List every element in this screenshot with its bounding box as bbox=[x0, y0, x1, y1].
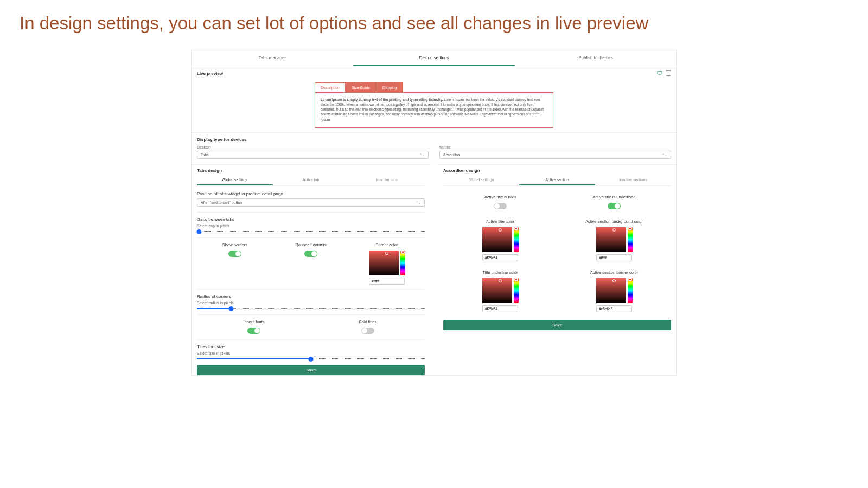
svg-rect-1 bbox=[659, 75, 660, 75]
design-columns: Tabs design Global settings Active tab I… bbox=[192, 164, 676, 375]
active-title-color-label: Active title color bbox=[445, 219, 555, 224]
display-type-title: Display type for devices bbox=[197, 137, 671, 142]
preview-content: Lorem Ipsum is simply dummy text of the … bbox=[315, 92, 553, 128]
tabs-subtab-inactive[interactable]: Inactive tabs bbox=[349, 175, 425, 185]
underline-color-picker[interactable] bbox=[482, 278, 519, 303]
caret-icon: ⌃⌄ bbox=[416, 201, 421, 204]
show-borders-label: Show borders bbox=[197, 242, 273, 247]
svg-rect-0 bbox=[658, 72, 662, 74]
caret-icon: ⌃⌄ bbox=[419, 153, 425, 157]
active-bg-color-picker[interactable] bbox=[596, 227, 633, 252]
tabs-design-panel: Tabs design Global settings Active tab I… bbox=[192, 164, 430, 375]
live-preview-title: Live preview bbox=[197, 71, 223, 76]
preview-tab-size-guide[interactable]: Size Guide bbox=[346, 82, 376, 92]
tab-publish-to-themes[interactable]: Publish to themes bbox=[515, 50, 676, 66]
mobile-display-value: Accordion bbox=[443, 153, 460, 157]
top-tabs: Tabs manager Design settings Publish to … bbox=[192, 50, 676, 66]
accordion-subtab-active[interactable]: Active section bbox=[519, 175, 595, 185]
mobile-preview-icon[interactable] bbox=[666, 70, 671, 76]
radius-slider[interactable] bbox=[197, 308, 425, 309]
desktop-label: Desktop bbox=[197, 145, 429, 149]
tabs-design-title: Tabs design bbox=[197, 168, 425, 173]
position-value: After "add to cart" button bbox=[201, 201, 242, 204]
gaps-sublabel: Select gap in pixels bbox=[197, 224, 425, 228]
titles-font-title: Titles font size bbox=[197, 344, 425, 349]
inherit-fonts-toggle[interactable] bbox=[247, 328, 260, 334]
underline-color-input[interactable] bbox=[482, 305, 518, 312]
rounded-corners-toggle[interactable] bbox=[304, 251, 317, 257]
preview-text-bold: Lorem Ipsum is simply dummy text of the … bbox=[321, 98, 443, 101]
radius-sublabel: Select radius in pixels bbox=[197, 301, 425, 305]
desktop-display-value: Tabs bbox=[201, 153, 209, 157]
gaps-title: Gaps between tabs bbox=[197, 217, 425, 222]
app-frame: Tabs manager Design settings Publish to … bbox=[191, 50, 677, 376]
accordion-subtab-inactive[interactable]: Inactive sections bbox=[595, 175, 671, 185]
active-title-color-input[interactable] bbox=[482, 254, 518, 261]
preview-tab-description[interactable]: Description bbox=[315, 82, 346, 92]
accordion-design-panel: Accordion design Global settings Active … bbox=[438, 164, 676, 375]
tabs-subtab-active[interactable]: Active tab bbox=[273, 175, 349, 185]
mobile-label: Mobile bbox=[439, 145, 671, 149]
desktop-preview-icon[interactable] bbox=[657, 70, 662, 76]
mobile-display-select[interactable]: Accordion ⌃⌄ bbox=[439, 151, 671, 159]
radius-title: Radius of corners bbox=[197, 294, 425, 299]
page-headline: In design settings, you can set lot of o… bbox=[0, 0, 868, 39]
section-border-color-picker[interactable] bbox=[596, 278, 633, 303]
inherit-fonts-label: Inherit fonts bbox=[197, 319, 311, 324]
tabs-save-button[interactable]: Save bbox=[197, 365, 425, 375]
gaps-slider[interactable] bbox=[197, 231, 425, 232]
titles-font-sublabel: Select size in pixels bbox=[197, 351, 425, 355]
active-title-underlined-label: Active title is underlined bbox=[559, 195, 669, 200]
underline-color-label: Title underline color bbox=[445, 270, 555, 275]
bold-titles-label: Bold titles bbox=[311, 319, 425, 324]
live-preview-panel: Live preview Description Size Guide Ship… bbox=[192, 66, 676, 132]
position-select[interactable]: After "add to cart" button ⌃⌄ bbox=[197, 198, 425, 207]
accordion-subtab-global[interactable]: Global settings bbox=[443, 175, 519, 185]
desktop-display-select[interactable]: Tabs ⌃⌄ bbox=[197, 151, 429, 159]
tab-design-settings[interactable]: Design settings bbox=[353, 50, 515, 66]
accordion-design-title: Accordion design bbox=[443, 168, 671, 173]
tab-tabs-manager[interactable]: Tabs manager bbox=[192, 50, 353, 66]
active-bg-color-label: Active section background color bbox=[559, 219, 669, 224]
active-bg-color-input[interactable] bbox=[596, 254, 632, 261]
border-color-picker[interactable] bbox=[369, 251, 405, 275]
display-type-section: Display type for devices Desktop Tabs ⌃⌄… bbox=[192, 132, 676, 164]
position-label: Position of tabs widget in product detai… bbox=[197, 191, 425, 196]
active-title-bold-toggle[interactable] bbox=[494, 203, 507, 209]
bold-titles-toggle[interactable] bbox=[361, 328, 374, 334]
tabs-subtab-global[interactable]: Global settings bbox=[197, 175, 273, 185]
border-color-input[interactable] bbox=[369, 278, 405, 285]
show-borders-toggle[interactable] bbox=[228, 251, 241, 257]
active-title-underlined-toggle[interactable] bbox=[608, 203, 621, 209]
section-border-color-label: Active section border color bbox=[559, 270, 669, 275]
border-color-label: Border color bbox=[349, 242, 425, 247]
rounded-corners-label: Rounded corners bbox=[273, 242, 349, 247]
preview-tab-shipping[interactable]: Shipping bbox=[376, 82, 403, 92]
active-title-bold-label: Active title is bold bbox=[445, 195, 555, 200]
titles-font-slider[interactable] bbox=[197, 358, 425, 359]
active-title-color-picker[interactable] bbox=[482, 227, 519, 252]
accordion-save-button[interactable]: Save bbox=[443, 320, 671, 330]
caret-icon: ⌃⌄ bbox=[662, 153, 667, 157]
section-border-color-input[interactable] bbox=[596, 305, 632, 312]
